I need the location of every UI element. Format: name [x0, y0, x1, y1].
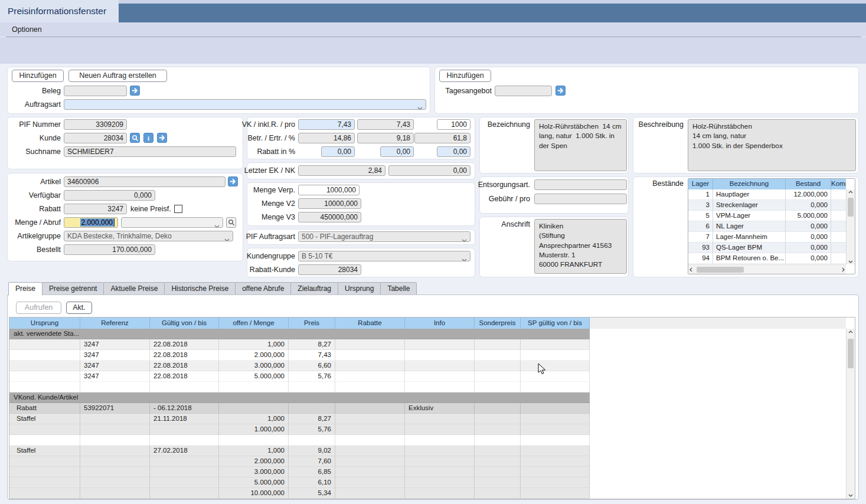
scroll-right-icon[interactable]	[842, 265, 845, 274]
bestand-row[interactable]: 1Hauptlager12.000,000	[688, 189, 855, 200]
tab-preise-getrennt[interactable]: Preise getrennt	[42, 282, 104, 295]
scroll-up-icon[interactable]	[847, 191, 855, 194]
hinzufuegen-button-right[interactable]: Hinzufügen	[439, 70, 491, 82]
bezeichnung-textarea[interactable]: Holz-Rührstäbchen 14 cm lang, natur 1.00…	[534, 119, 627, 171]
menge-v3-input[interactable]: 450000,000	[298, 212, 361, 222]
price-row[interactable]: akt. verwendete Sta...	[9, 329, 590, 339]
menu-optionen[interactable]: Optionen	[12, 22, 42, 37]
aufrufen-button[interactable]: Aufrufen	[16, 302, 61, 314]
neuen-auftrag-erstellen-button[interactable]: Neuen Auftrag erstellen	[68, 70, 167, 82]
menge-verp-input[interactable]: 1000,000	[298, 185, 360, 195]
tagesangebot-input[interactable]	[495, 86, 552, 96]
price-row[interactable]: VKond. Kunde/Artikel	[9, 392, 590, 403]
abruf-select[interactable]	[121, 217, 223, 228]
vk3-input[interactable]: 1000	[437, 119, 470, 130]
scrollbar-thumb[interactable]	[848, 339, 854, 368]
tab-offene-abrufe[interactable]: offene Abrufe	[235, 282, 291, 295]
ek2-input[interactable]: 0,00	[388, 165, 470, 176]
akt-button[interactable]: Akt.	[66, 302, 92, 314]
menge-v2-input[interactable]: 10000,000	[298, 198, 361, 209]
bestand-row[interactable]: 3Streckenlager0,000	[688, 200, 855, 211]
price-column-header[interactable]: Rabatte	[335, 318, 405, 329]
tagesangebot-goto-arrow-icon[interactable]	[555, 86, 566, 96]
gebuehr-input[interactable]	[534, 194, 627, 204]
rab2-input[interactable]: 0,00	[380, 146, 414, 157]
price-column-header[interactable]: Preis	[289, 318, 335, 329]
price-row[interactable]: Rabatt53922071- 06.12.2018Exklusiv	[9, 403, 590, 414]
bestand-column-header[interactable]: Lager	[688, 179, 713, 189]
ek1-input[interactable]: 2,84	[298, 165, 385, 176]
bestellt-input[interactable]: 170.000,000	[64, 244, 155, 255]
price-row[interactable]: 1.000,0005,76	[9, 424, 590, 435]
suchname-input[interactable]: SCHMIEDER7	[64, 146, 236, 157]
scroll-left-icon[interactable]	[689, 265, 692, 274]
bestand-column-header[interactable]: Komm	[831, 179, 846, 189]
tab-historische-preise[interactable]: Historische Preise	[164, 282, 236, 295]
vk1-input[interactable]: 7,43	[298, 119, 355, 130]
price-row[interactable]	[9, 382, 590, 392]
kundengruppe-select[interactable]: B 5-10 T€	[298, 251, 470, 261]
tab-aktuelle-preise[interactable]: Aktuelle Preise	[103, 282, 165, 295]
anschrift-textarea[interactable]: Kliniken (Stiftung Ansprechpartner 41563…	[534, 219, 627, 274]
bestand-row[interactable]: 6NL Lager0,000	[688, 221, 855, 232]
price-row[interactable]	[9, 435, 590, 446]
kunde-info-icon[interactable]: i	[143, 133, 153, 143]
scrollbar-thumb[interactable]	[848, 198, 854, 217]
betr2-input[interactable]: 9,18	[357, 133, 414, 143]
scroll-down-icon[interactable]	[847, 260, 855, 263]
price-row[interactable]: 3.000,0006,85	[9, 467, 590, 477]
tab-ursprung[interactable]: Ursprung	[338, 282, 381, 295]
price-column-header[interactable]: Gültig von / bis	[150, 318, 219, 329]
scroll-up-icon[interactable]	[847, 330, 855, 333]
tab-tabelle[interactable]: Tabelle	[380, 282, 417, 295]
beleg-input[interactable]	[64, 86, 127, 96]
price-row[interactable]: 10.000,0005,34	[9, 488, 590, 499]
artikelgruppe-select[interactable]: KDA Bestecke, Trinkhalme, Deko	[64, 231, 233, 241]
price-column-header[interactable]: Sonderpreis	[475, 318, 521, 329]
beschreibung-textarea[interactable]: Holz-Rührstäbchen 14 cm lang, natur 1.00…	[688, 119, 856, 171]
tab-zielauftrag[interactable]: Zielauftrag	[290, 282, 338, 295]
bestaende-vertical-scrollbar[interactable]	[846, 189, 855, 264]
verfuegbar-input[interactable]: 0,000	[64, 190, 155, 201]
betr3-input[interactable]: 61,8	[414, 133, 470, 143]
window-tab[interactable]: Preisinformationsfenster	[0, 0, 119, 22]
beleg-goto-arrow-icon[interactable]	[130, 86, 140, 96]
price-column-header[interactable]: Info	[405, 318, 475, 329]
entsorgungsart-input[interactable]	[534, 179, 627, 190]
vk2-input[interactable]: 7,43	[357, 119, 414, 130]
bestand-column-header[interactable]: Bestand	[786, 179, 831, 189]
hinzufuegen-button[interactable]: Hinzufügen	[12, 70, 64, 82]
rabatt-kunde-input[interactable]: 28034	[298, 264, 361, 275]
preise-vertical-scrollbar[interactable]	[846, 329, 855, 499]
price-row[interactable]: 324722.08.20182.000,0007,43	[9, 350, 590, 361]
price-column-header[interactable]: offen / Menge	[219, 318, 289, 329]
betr1-input[interactable]: 14,86	[298, 133, 355, 143]
bestand-row[interactable]: 93QS-Lager BPM0,000	[688, 243, 855, 253]
menge-abruf-input[interactable]: 2.000,000	[64, 217, 118, 228]
kunde-input[interactable]: 28034	[64, 133, 127, 143]
price-column-header[interactable]: Referenz	[80, 318, 150, 329]
price-column-header[interactable]: Ursprung	[9, 318, 80, 329]
price-row[interactable]: Staffel27.02.20181,0009,02	[9, 446, 590, 456]
rabatt-input[interactable]: 3247	[64, 204, 127, 214]
rab1-input[interactable]: 0,00	[321, 146, 355, 157]
keine-preisf-checkbox[interactable]	[174, 205, 182, 213]
price-row[interactable]: 324722.08.20181,0008,27	[9, 339, 590, 350]
price-row[interactable]: 5.000,0006,10	[9, 477, 590, 488]
kunde-goto-arrow-icon[interactable]	[157, 133, 167, 143]
pif-auftragsart-select[interactable]: 500 - PIF-Lagerauftrag	[298, 231, 470, 242]
bestand-column-header[interactable]: Bezeichnung	[713, 179, 786, 189]
pif-nummer-input[interactable]: 3309209	[64, 119, 127, 130]
bestand-row[interactable]: 7Lager-Mannheim0,000	[688, 232, 855, 243]
price-row[interactable]: Staffel21.11.20181,0008,27	[9, 414, 590, 424]
bestand-row[interactable]: 94BPM Retouren o. Be...0,000	[688, 253, 855, 264]
price-row[interactable]: 324722.08.20183.000,0006,60	[9, 361, 590, 371]
rab3-input[interactable]: 0,00	[437, 146, 470, 157]
scroll-down-icon[interactable]	[847, 494, 855, 497]
artikel-input[interactable]: 34600906	[64, 176, 226, 187]
price-row[interactable]: 2.000,0007,60	[9, 456, 590, 467]
auftragsart-select[interactable]	[64, 99, 426, 110]
bestand-row[interactable]: 5VPM-Lager5.000,000	[688, 211, 855, 221]
tab-preise[interactable]: Preise	[8, 282, 43, 296]
price-column-header[interactable]: SP gültig von / bis	[521, 318, 590, 329]
